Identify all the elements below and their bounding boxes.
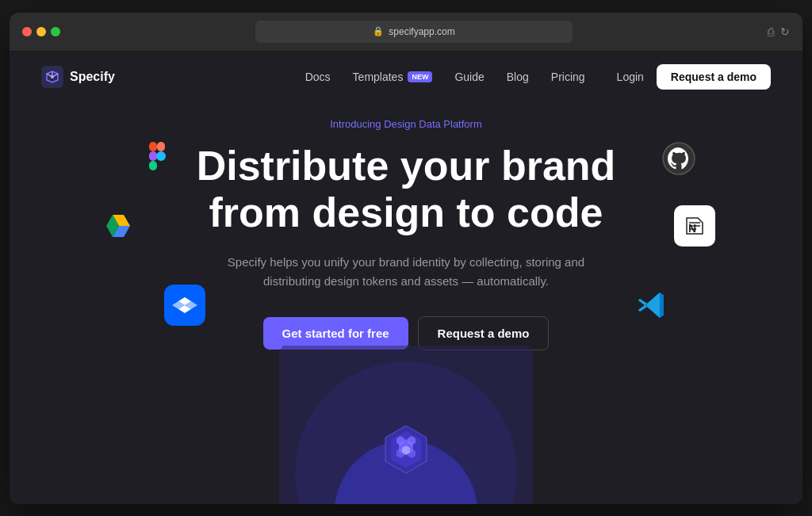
share-icon[interactable]: ⎙ bbox=[768, 25, 774, 38]
browser-window: 🔒 specifyapp.com ⎙ ↻ Specify Docs bbox=[10, 13, 802, 504]
svg-point-5 bbox=[156, 151, 166, 161]
close-button[interactable] bbox=[22, 27, 32, 36]
notion-icon: N bbox=[674, 205, 715, 247]
specify-center-logo bbox=[378, 422, 434, 480]
lock-icon: 🔒 bbox=[373, 26, 384, 36]
hero-title-line1: Distribute your brand bbox=[197, 143, 616, 189]
login-button[interactable]: Login bbox=[617, 71, 644, 83]
nav-guide[interactable]: Guide bbox=[454, 71, 484, 83]
svg-point-1 bbox=[51, 75, 54, 78]
nav-docs[interactable]: Docs bbox=[305, 71, 331, 83]
nav-pricing[interactable]: Pricing bbox=[551, 71, 585, 83]
bottom-decoration bbox=[10, 346, 802, 504]
maximize-button[interactable] bbox=[51, 27, 60, 36]
hero-title: Distribute your brand from design to cod… bbox=[197, 143, 616, 238]
dropbox-icon bbox=[164, 285, 205, 326]
svg-rect-8 bbox=[680, 212, 709, 240]
nav-blog[interactable]: Blog bbox=[507, 71, 529, 83]
minimize-button[interactable] bbox=[36, 27, 46, 36]
browser-actions: ⎙ ↻ bbox=[768, 25, 790, 38]
nav-actions: Login Request a demo bbox=[617, 64, 771, 90]
templates-label: Templates bbox=[353, 71, 404, 83]
browser-chrome: 🔒 specifyapp.com ⎙ ↻ bbox=[10, 13, 802, 52]
figma-icon bbox=[136, 134, 178, 175]
nav-links: Docs Templates NEW Guide Blog Pricing bbox=[305, 71, 585, 83]
svg-rect-2 bbox=[149, 142, 157, 151]
request-demo-button-nav[interactable]: Request a demo bbox=[657, 64, 771, 90]
hero-title-line2: from design to code bbox=[209, 189, 603, 235]
url-text: specifyapp.com bbox=[389, 26, 454, 37]
new-badge: NEW bbox=[408, 71, 432, 82]
navbar: Specify Docs Templates NEW Guide Blog Pr… bbox=[10, 52, 802, 102]
svg-rect-6 bbox=[149, 161, 157, 170]
google-drive-icon bbox=[97, 205, 138, 247]
page-content: Specify Docs Templates NEW Guide Blog Pr… bbox=[10, 52, 802, 504]
svg-rect-3 bbox=[157, 142, 165, 151]
hero-label: Introducing Design Data Platform bbox=[330, 118, 481, 130]
hero-section: N bbox=[10, 102, 802, 351]
logo[interactable]: Specify bbox=[41, 66, 115, 88]
svg-text:N: N bbox=[688, 222, 696, 235]
svg-point-7 bbox=[663, 143, 695, 174]
vscode-icon bbox=[630, 285, 672, 326]
svg-rect-4 bbox=[149, 151, 157, 161]
logo-text: Specify bbox=[70, 70, 115, 84]
refresh-icon[interactable]: ↻ bbox=[780, 25, 790, 38]
traffic-lights bbox=[22, 27, 60, 36]
hero-subtitle: Specify helps you unify your brand ident… bbox=[216, 253, 596, 291]
address-bar[interactable]: 🔒 specifyapp.com bbox=[255, 21, 573, 43]
logo-icon bbox=[41, 66, 63, 88]
nav-templates[interactable]: Templates NEW bbox=[353, 71, 433, 83]
github-icon bbox=[658, 138, 699, 179]
